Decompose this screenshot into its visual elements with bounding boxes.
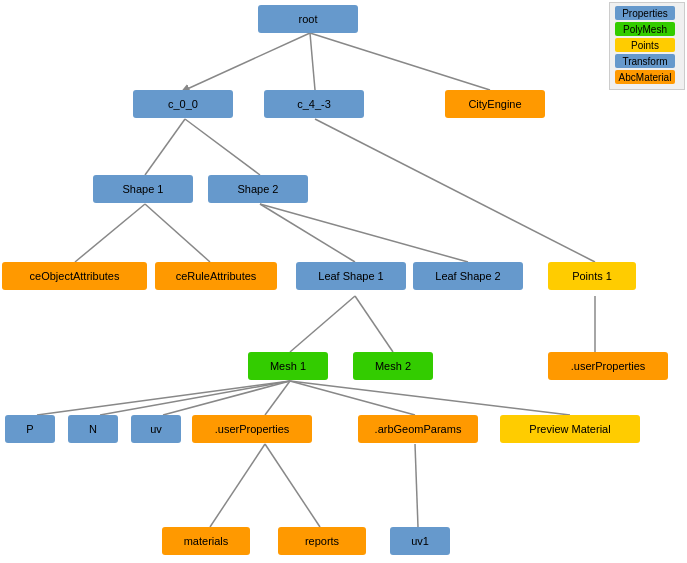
legend-color-points: Points	[615, 38, 675, 52]
svg-line-6	[145, 204, 210, 262]
legend-color-properties: Properties	[615, 6, 675, 20]
svg-line-18	[290, 381, 570, 415]
svg-line-3	[145, 119, 185, 175]
svg-line-14	[100, 381, 290, 415]
node-userproperties: .userProperties	[192, 415, 312, 443]
svg-line-13	[37, 381, 290, 415]
svg-line-5	[75, 204, 145, 262]
node-c4n3: c_4_-3	[264, 90, 364, 118]
legend: Properties PolyMesh Points Transform Abc…	[609, 2, 685, 90]
legend-item-properties: Properties	[615, 6, 679, 20]
svg-line-9	[315, 119, 595, 262]
svg-line-15	[163, 381, 290, 415]
svg-line-19	[210, 444, 265, 527]
legend-color-transform: Transform	[615, 54, 675, 68]
node-reports: reports	[278, 527, 366, 555]
svg-line-1	[310, 33, 315, 90]
node-userproperties2: .userProperties	[548, 352, 668, 380]
svg-line-20	[265, 444, 320, 527]
node-uv1: uv1	[390, 527, 450, 555]
legend-item-abcmaterial: AbcMaterial	[615, 70, 679, 84]
node-n: N	[68, 415, 118, 443]
legend-color-abcmaterial: AbcMaterial	[615, 70, 675, 84]
svg-line-0	[185, 33, 310, 90]
svg-line-8	[260, 204, 468, 262]
node-points1: Points 1	[548, 262, 636, 290]
node-cityengine: CityEngine	[445, 90, 545, 118]
svg-line-16	[265, 381, 290, 415]
legend-item-points: Points	[615, 38, 679, 52]
node-leafshape1: Leaf Shape 1	[296, 262, 406, 290]
legend-item-polymesh: PolyMesh	[615, 22, 679, 36]
tree-container: root c_0_0 c_4_-3 CityEngine Shape 1 Sha…	[0, 0, 687, 563]
node-root: root	[258, 5, 358, 33]
node-arbgeomparams: .arbGeomParams	[358, 415, 478, 443]
node-shape2: Shape 2	[208, 175, 308, 203]
node-c00: c_0_0	[133, 90, 233, 118]
node-leafshape2: Leaf Shape 2	[413, 262, 523, 290]
svg-line-11	[355, 296, 393, 352]
svg-line-17	[290, 381, 415, 415]
svg-line-10	[290, 296, 355, 352]
node-mesh2: Mesh 2	[353, 352, 433, 380]
node-materials: materials	[162, 527, 250, 555]
legend-color-polymesh: PolyMesh	[615, 22, 675, 36]
svg-line-4	[185, 119, 260, 175]
node-p: P	[5, 415, 55, 443]
node-ceobjectattributes: ceObjectAttributes	[2, 262, 147, 290]
node-mesh1: Mesh 1	[248, 352, 328, 380]
legend-item-transform: Transform	[615, 54, 679, 68]
svg-line-7	[260, 204, 355, 262]
svg-line-2	[310, 33, 490, 90]
node-uv: uv	[131, 415, 181, 443]
node-shape1: Shape 1	[93, 175, 193, 203]
node-previewmaterial: Preview Material	[500, 415, 640, 443]
node-ceruleattributes: ceRuleAttributes	[155, 262, 277, 290]
svg-line-21	[415, 444, 418, 527]
